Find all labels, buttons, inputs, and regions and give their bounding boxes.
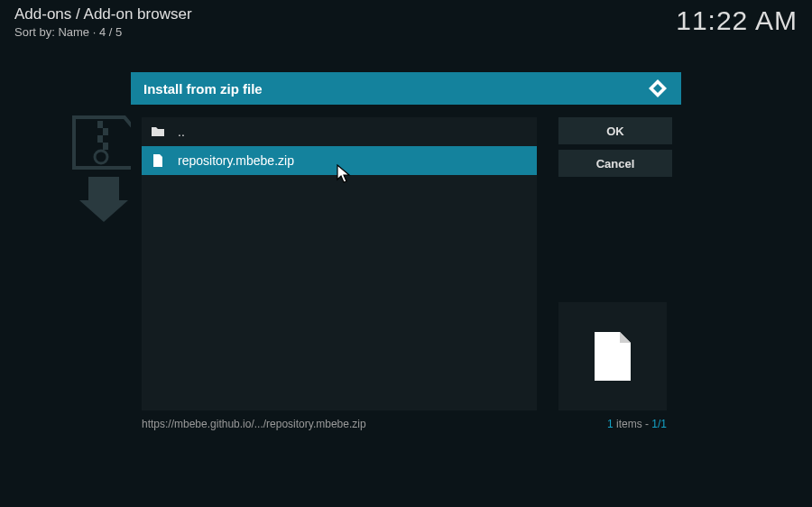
file-preview-thumbnail bbox=[558, 302, 667, 410]
dialog-header: Install from zip file bbox=[131, 72, 681, 105]
header-bar: Add-ons / Add-on browser Sort by: Name ·… bbox=[0, 0, 812, 44]
sort-line: Sort by: Name · 4 / 5 bbox=[14, 25, 192, 39]
cancel-button[interactable]: Cancel bbox=[558, 150, 672, 177]
sort-prefix: Sort by: bbox=[14, 25, 58, 39]
svg-rect-2 bbox=[97, 135, 103, 143]
svg-point-4 bbox=[95, 151, 107, 163]
kodi-logo-icon bbox=[647, 78, 669, 99]
footer-items-word: items - bbox=[614, 418, 652, 430]
file-row-selected[interactable]: repository.mbebe.zip bbox=[142, 146, 537, 175]
file-browser-list[interactable]: .. repository.mbebe.zip bbox=[142, 117, 537, 410]
folder-icon bbox=[151, 124, 165, 139]
sort-field[interactable]: Name bbox=[58, 25, 89, 39]
clock: 11:22 AM bbox=[676, 5, 798, 36]
svg-rect-0 bbox=[97, 121, 103, 128]
svg-rect-1 bbox=[103, 128, 108, 135]
file-label: repository.mbebe.zip bbox=[178, 153, 294, 168]
footer-item-count: 1 bbox=[607, 418, 614, 430]
dialog-footer: https://mbebe.github.io/.../repository.m… bbox=[131, 410, 681, 434]
sort-separator: · bbox=[89, 25, 99, 39]
footer-path: https://mbebe.github.io/.../repository.m… bbox=[142, 418, 366, 430]
ok-button[interactable]: OK bbox=[558, 117, 672, 144]
document-icon bbox=[593, 330, 632, 383]
breadcrumb: Add-ons / Add-on browser bbox=[14, 5, 192, 23]
file-icon bbox=[151, 153, 165, 168]
dialog-title: Install from zip file bbox=[143, 81, 263, 97]
svg-rect-3 bbox=[103, 143, 108, 150]
footer-page-index: 1/1 bbox=[651, 418, 667, 430]
header-paging: 4 / 5 bbox=[99, 25, 122, 39]
parent-folder-row[interactable]: .. bbox=[142, 117, 537, 146]
parent-folder-label: .. bbox=[178, 124, 185, 139]
install-from-zip-dialog: Install from zip file .. repository.mbeb bbox=[131, 72, 681, 434]
footer-paging: 1 items - 1/1 bbox=[607, 418, 667, 430]
zip-install-icon bbox=[70, 114, 137, 224]
